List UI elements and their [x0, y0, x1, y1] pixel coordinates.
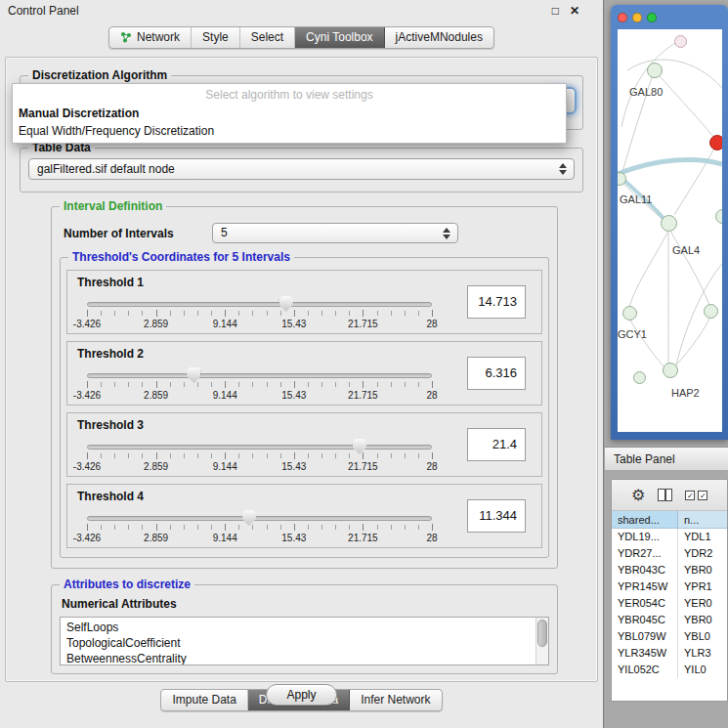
network-node-selected[interactable]	[709, 135, 722, 150]
table-row[interactable]: YIL052CYIL0	[612, 662, 727, 678]
column-header-name[interactable]: n...	[678, 511, 727, 528]
threshold-4-label: Threshold 4	[77, 490, 144, 503]
tab-style[interactable]: Style	[192, 27, 240, 48]
tab-network-label: Network	[137, 30, 180, 44]
list-item[interactable]: SelfLoops	[66, 620, 535, 635]
attributes-listbox[interactable]: SelfLoops TopologicalCoefficient Between…	[60, 617, 549, 665]
list-scrollbar-thumb[interactable]	[537, 620, 547, 647]
slider-major-tick	[87, 452, 88, 459]
interval-definition-group-label: Interval Definition	[60, 199, 166, 213]
slider-track[interactable]	[87, 445, 432, 450]
network-node[interactable]	[704, 304, 718, 319]
threshold-2-slider[interactable]: -3.426 2.859 9.144 15.43 21.715 28	[87, 373, 432, 403]
threshold-4-value-field[interactable]: 11.344	[467, 499, 526, 533]
slider-tick-labels: -3.426 2.859 9.144 15.43 21.715 28	[87, 390, 432, 402]
combo-stepper-icon	[559, 163, 567, 175]
apply-row: Apply	[18, 684, 585, 706]
select-columns-icon[interactable]: ✓ ✓	[685, 491, 707, 500]
network-node[interactable]	[633, 371, 646, 384]
list-item[interactable]: BetweennessCentrality	[66, 651, 535, 665]
threshold-4-slider[interactable]: -3.426 2.859 9.144 15.43 21.715 28	[87, 516, 432, 545]
table-header-row: shared... n...	[612, 511, 727, 529]
list-item[interactable]: TopologicalCoefficient	[66, 635, 535, 651]
table-row[interactable]: YBR043CYBR0	[612, 562, 727, 578]
slider-major-tick	[363, 452, 364, 459]
tab-network[interactable]: Network	[109, 27, 192, 48]
algorithm-placeholder-option[interactable]: Select algorithm to view settings	[13, 84, 566, 105]
minimize-traffic-light-icon[interactable]	[632, 13, 642, 22]
checkbox-icon: ✓	[685, 491, 695, 500]
slider-thumb[interactable]	[187, 367, 200, 383]
slider-thumb[interactable]	[279, 296, 293, 312]
network-node[interactable]	[661, 215, 677, 232]
algorithm-option-equal-width[interactable]: Equal Width/Frequency Discretization	[13, 122, 566, 140]
close-traffic-light-icon[interactable]	[618, 13, 627, 22]
cyni-toolbox-panel: Discretization Algorithm Select algorith…	[5, 57, 598, 682]
network-node[interactable]	[663, 363, 678, 378]
tab-select[interactable]: Select	[240, 27, 295, 48]
threshold-2-value-field[interactable]: 6.316	[467, 357, 526, 390]
slider-major-tick	[87, 524, 88, 531]
number-of-intervals-spinner[interactable]: 5	[212, 223, 458, 243]
tab-style-label: Style	[202, 30, 229, 44]
settings-gear-icon[interactable]: ⚙	[631, 488, 645, 503]
tab-cyni-toolbox[interactable]: Cyni Toolbox	[295, 27, 384, 48]
top-tab-strip: Network Style Select Cyni Toolbox jActiv…	[108, 26, 494, 49]
threshold-3-slider[interactable]: -3.426 2.859 9.144 15.43 21.715 28	[87, 445, 432, 474]
tab-select-label: Select	[251, 30, 283, 44]
slider-track[interactable]	[87, 302, 432, 307]
list-scrollbar[interactable]	[535, 618, 548, 664]
window-title: Control Panel	[8, 4, 552, 18]
table-row[interactable]: YPR145WYPR1	[612, 578, 727, 595]
node-label: GAL11	[620, 193, 652, 205]
slider-track[interactable]	[87, 373, 432, 378]
table-row[interactable]: YDR27...YDR2	[612, 545, 727, 562]
tab-jactivemnodules[interactable]: jActiveMNodules	[385, 27, 493, 48]
close-icon[interactable]: ✕	[570, 4, 579, 18]
network-node[interactable]	[622, 306, 637, 321]
thresholds-group: Threshold's Coordinates for 5 Intervals …	[60, 257, 549, 558]
tab-jactivemnodules-label: jActiveMNodules	[396, 30, 483, 44]
table-row[interactable]: YER054CYER0	[612, 595, 727, 612]
numerical-attributes-label: Numerical Attributes	[62, 597, 549, 611]
slider-major-tick	[225, 452, 226, 459]
float-window-icon[interactable]: □	[552, 4, 559, 18]
network-canvas[interactable]: GAL80 GAL11 GAL4 GCY1 HAP2	[618, 29, 722, 432]
table-row[interactable]: YLR345WYLR3	[612, 645, 727, 662]
slider-major-tick	[432, 310, 433, 317]
table-panel-title: Table Panel	[614, 452, 675, 466]
node-label: GAL4	[672, 244, 700, 256]
threshold-1-slider[interactable]: -3.426 2.859 9.144 15.43 21.715 28	[87, 302, 432, 331]
network-node[interactable]	[674, 35, 687, 48]
slider-minor-ticks	[87, 525, 432, 530]
control-panel-titlebar: Control Panel □ ✕	[0, 0, 603, 20]
control-panel-window: Control Panel □ ✕ Network Style Select C…	[0, 0, 604, 728]
slider-major-tick	[294, 381, 295, 388]
threshold-1-value-field[interactable]: 14.713	[467, 285, 526, 319]
slider-thumb[interactable]	[242, 510, 256, 526]
column-header-shared-name[interactable]: shared...	[612, 511, 678, 528]
table-data-combo[interactable]: galFiltered.sif default node	[28, 158, 575, 180]
network-node[interactable]	[647, 63, 663, 78]
table-row[interactable]: YDL19...YDL1	[612, 529, 727, 545]
algorithm-dropdown-popup: Select algorithm to view settings Manual…	[12, 83, 567, 144]
table-toolbar: ⚙ ✓ ✓	[612, 480, 727, 511]
slider-minor-ticks	[87, 382, 432, 387]
slider-major-tick	[432, 381, 433, 388]
slider-track[interactable]	[87, 516, 432, 521]
algorithm-option-manual[interactable]: Manual Discretization	[13, 105, 566, 122]
threshold-3-label: Threshold 3	[77, 418, 144, 432]
table-row[interactable]: YBL079WYBL0	[612, 628, 727, 645]
table-row[interactable]: YBR045CYBR0	[612, 612, 727, 628]
slider-major-tick	[294, 452, 295, 459]
slider-minor-ticks	[87, 453, 432, 458]
slider-thumb[interactable]	[353, 439, 366, 454]
apply-button[interactable]: Apply	[266, 684, 336, 706]
checkbox-icon: ✓	[698, 491, 707, 500]
slider-minor-ticks	[87, 311, 432, 316]
right-column: GAL80 GAL11 GAL4 GCY1 HAP2 Table Panel ⚙…	[605, 0, 728, 728]
threshold-3-value-field[interactable]: 21.4	[467, 428, 526, 461]
zoom-traffic-light-icon[interactable]	[647, 13, 657, 22]
columns-icon[interactable]	[658, 489, 672, 501]
table-panel-header[interactable]: Table Panel	[605, 447, 728, 471]
